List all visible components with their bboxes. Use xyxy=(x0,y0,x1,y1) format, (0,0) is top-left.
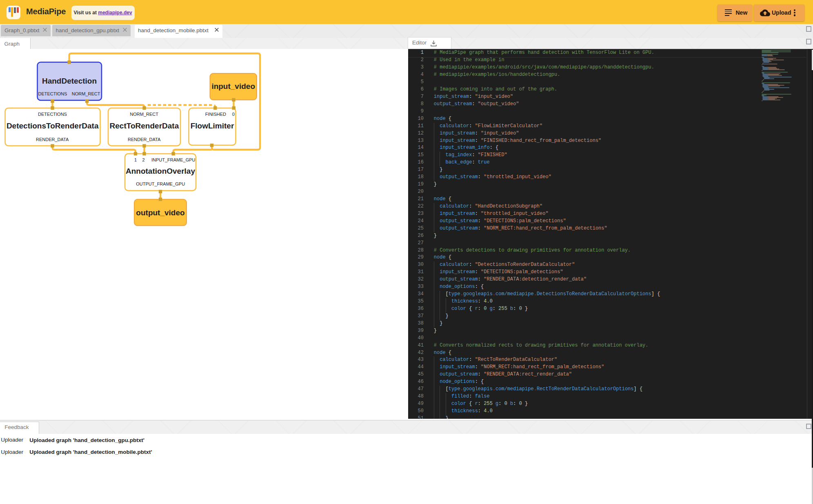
svg-text:RENDER_DATA: RENDER_DATA xyxy=(128,137,161,142)
svg-text:2: 2 xyxy=(142,157,144,162)
svg-text:1: 1 xyxy=(134,157,137,162)
svg-text:DETECTIONS: DETECTIONS xyxy=(38,91,67,96)
svg-text:RENDER_DATA: RENDER_DATA xyxy=(36,137,69,142)
svg-text:input_video: input_video xyxy=(211,82,255,91)
svg-text:DETECTIONS: DETECTIONS xyxy=(38,112,67,117)
svg-text:FlowLimiter: FlowLimiter xyxy=(191,122,234,130)
svg-text:DetectionsToRenderData: DetectionsToRenderData xyxy=(7,122,99,130)
svg-text:INPUT_FRAME_GPU: INPUT_FRAME_GPU xyxy=(151,157,195,162)
svg-text:output_video: output_video xyxy=(136,208,184,217)
svg-text:AnnotationOverlay: AnnotationOverlay xyxy=(126,167,195,175)
svg-text:FINISHED: FINISHED xyxy=(205,112,226,117)
svg-text:HandDetection: HandDetection xyxy=(42,77,97,85)
svg-text:OUTPUT_FRAME_GPU: OUTPUT_FRAME_GPU xyxy=(136,181,185,186)
svg-text:RectToRenderData: RectToRenderData xyxy=(110,122,179,130)
svg-text:NORM_RECT: NORM_RECT xyxy=(130,112,158,117)
svg-text:NORM_RECT: NORM_RECT xyxy=(72,91,100,96)
svg-text:0: 0 xyxy=(232,112,235,117)
